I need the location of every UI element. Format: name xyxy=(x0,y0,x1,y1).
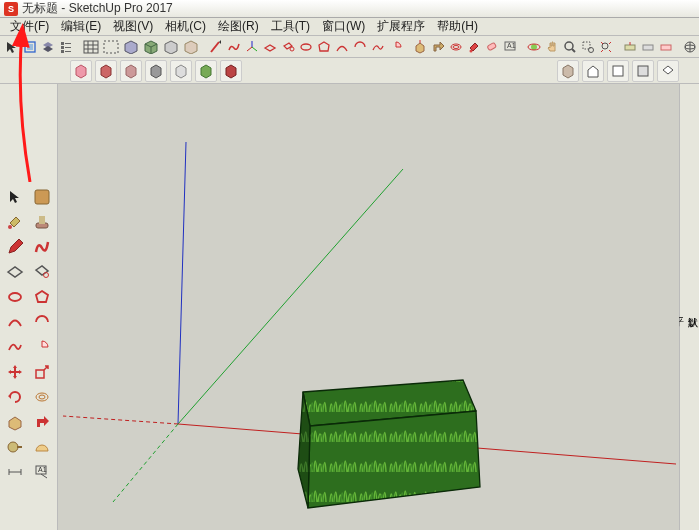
svg-line-94 xyxy=(113,424,178,502)
tool-followme-icon[interactable] xyxy=(430,37,446,56)
menu-draw[interactable]: 绘图(R) xyxy=(212,18,265,35)
tool-component-icon[interactable] xyxy=(22,37,38,56)
tool-hidden-icon[interactable] xyxy=(102,37,120,56)
tool-text-icon[interactable]: A1 xyxy=(502,37,518,56)
lt-rrect-icon[interactable] xyxy=(29,260,55,284)
tool-eraser-icon[interactable] xyxy=(484,37,500,56)
tool-rotated-rect-icon[interactable] xyxy=(280,37,296,56)
section-add-icon[interactable] xyxy=(622,37,638,56)
menu-window[interactable]: 窗口(W) xyxy=(316,18,371,35)
tool-3arc-icon[interactable] xyxy=(370,37,386,56)
tool-circle-icon[interactable] xyxy=(298,37,314,56)
3d-viewport[interactable] xyxy=(58,84,679,530)
tool-pushpull-icon[interactable] xyxy=(412,37,428,56)
tool-arc-icon[interactable] xyxy=(334,37,350,56)
tool-offset-icon[interactable] xyxy=(448,37,464,56)
menu-extensions[interactable]: 扩展程序 xyxy=(371,18,431,35)
menu-edit[interactable]: 编辑(E) xyxy=(55,18,107,35)
svg-marker-81 xyxy=(9,417,21,430)
lt-arc3-icon[interactable] xyxy=(2,335,28,359)
lt-text2-icon[interactable]: A1 xyxy=(29,460,55,484)
lt-move-icon[interactable] xyxy=(2,360,28,384)
tool-layers-icon[interactable] xyxy=(40,37,56,56)
nav-orbit-icon[interactable] xyxy=(526,37,542,56)
lt-material-icon[interactable] xyxy=(29,185,55,209)
lt-offset-icon[interactable] xyxy=(29,385,55,409)
view-iso-icon[interactable] xyxy=(557,60,579,82)
lt-stamp-icon[interactable] xyxy=(29,210,55,234)
lt-arc1-icon[interactable] xyxy=(2,310,28,334)
menu-view[interactable]: 视图(V) xyxy=(107,18,159,35)
lt-rect-icon[interactable] xyxy=(2,260,28,284)
nav-pan-icon[interactable] xyxy=(544,37,560,56)
lt-paint-icon[interactable] xyxy=(2,210,28,234)
lt-pencil-icon[interactable] xyxy=(2,235,28,259)
lt-scale-icon[interactable] xyxy=(29,360,55,384)
tool-freehand-icon[interactable] xyxy=(226,37,242,56)
tool-rectangle-icon[interactable] xyxy=(262,37,278,56)
lt-protractor-icon[interactable] xyxy=(29,435,55,459)
menu-help[interactable]: 帮助(H) xyxy=(431,18,484,35)
style-btn-4-icon[interactable] xyxy=(145,60,167,82)
style-btn-2-icon[interactable] xyxy=(95,60,117,82)
section-disp-icon[interactable] xyxy=(640,37,656,56)
view-top-icon[interactable] xyxy=(657,60,679,82)
lt-curve-icon[interactable] xyxy=(29,235,55,259)
style-btn-3-icon[interactable] xyxy=(120,60,142,82)
style-btn-6-icon[interactable] xyxy=(195,60,217,82)
svg-marker-22 xyxy=(185,41,197,54)
tool-mono-icon[interactable] xyxy=(162,37,180,56)
tool-axes-icon[interactable] xyxy=(244,37,260,56)
svg-point-39 xyxy=(565,42,573,50)
style-btn-1-icon[interactable] xyxy=(70,60,92,82)
style-btn-5-icon[interactable] xyxy=(170,60,192,82)
svg-marker-21 xyxy=(165,41,177,54)
svg-marker-73 xyxy=(36,266,48,275)
svg-marker-3 xyxy=(43,46,53,52)
tool-paint-icon[interactable] xyxy=(466,37,482,56)
lt-follow-icon[interactable] xyxy=(29,410,55,434)
svg-marker-16 xyxy=(125,41,137,54)
nav-zoomwin-icon[interactable] xyxy=(580,37,596,56)
tool-outliner-icon[interactable] xyxy=(58,37,74,56)
svg-rect-68 xyxy=(35,190,49,204)
lt-pie-icon[interactable] xyxy=(29,335,55,359)
menu-camera[interactable]: 相机(C) xyxy=(159,18,212,35)
lt-polygon-icon[interactable] xyxy=(29,285,55,309)
view-side-icon[interactable] xyxy=(632,60,654,82)
menu-file[interactable]: 文件(F) xyxy=(4,18,55,35)
tool-texture-icon[interactable] xyxy=(142,37,160,56)
svg-rect-44 xyxy=(625,45,635,50)
lt-rotate-icon[interactable] xyxy=(2,385,28,409)
style-btn-7-icon[interactable] xyxy=(220,60,242,82)
svg-rect-77 xyxy=(36,370,44,378)
tool-shaded-icon[interactable] xyxy=(122,37,140,56)
svg-marker-72 xyxy=(8,267,22,277)
rp-default-label[interactable]: 默认 xyxy=(685,94,699,524)
tool-line-icon[interactable] xyxy=(208,37,224,56)
lt-dim-icon[interactable] xyxy=(2,460,28,484)
tool-select-icon[interactable] xyxy=(4,37,20,56)
ext-globe-icon[interactable] xyxy=(682,37,698,56)
svg-rect-5 xyxy=(61,46,64,49)
svg-line-93 xyxy=(63,416,178,424)
tool-2arc-icon[interactable] xyxy=(352,37,368,56)
tool-styles-icon[interactable] xyxy=(182,37,200,56)
tool-polygon-icon[interactable] xyxy=(316,37,332,56)
view-front-icon[interactable] xyxy=(607,60,629,82)
menu-bar: 文件(F) 编辑(E) 视图(V) 相机(C) 绘图(R) 工具(T) 窗口(W… xyxy=(0,18,699,36)
lt-tape-icon[interactable] xyxy=(2,435,28,459)
lt-arc2-icon[interactable] xyxy=(29,310,55,334)
view-home-icon[interactable] xyxy=(582,60,604,82)
nav-zoom-icon[interactable] xyxy=(562,37,578,56)
tool-pie-icon[interactable] xyxy=(388,37,404,56)
svg-point-42 xyxy=(589,47,594,52)
section-cut-icon[interactable] xyxy=(658,37,674,56)
tool-wireframe-icon[interactable] xyxy=(82,37,100,56)
menu-tools[interactable]: 工具(T) xyxy=(265,18,316,35)
lt-circle-icon[interactable] xyxy=(2,285,28,309)
lt-pushpull2-icon[interactable] xyxy=(2,410,28,434)
nav-zoomext-icon[interactable] xyxy=(598,37,614,56)
svg-point-27 xyxy=(301,44,311,50)
lt-select-icon[interactable] xyxy=(2,185,28,209)
